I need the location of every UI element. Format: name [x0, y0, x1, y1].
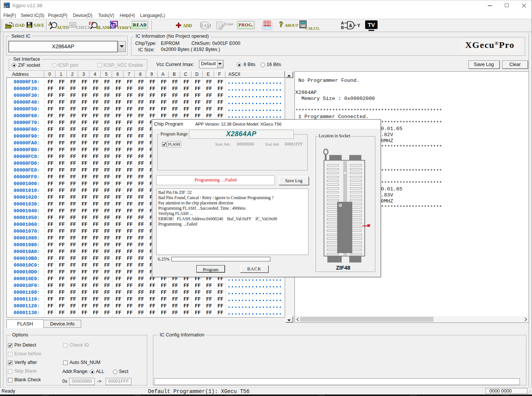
svg-text:RAM: RAM: [200, 23, 211, 28]
svg-text:4D: 4D: [70, 23, 76, 28]
svg-text:B: B: [341, 25, 344, 30]
svg-text:A: A: [341, 21, 344, 25]
svg-text:&: &: [349, 23, 352, 28]
svg-text:Y: Y: [357, 23, 360, 28]
